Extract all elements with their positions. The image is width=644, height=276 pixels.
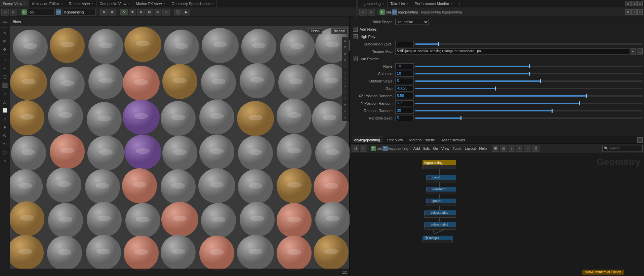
node-group1[interactable]: group1 xyxy=(426,199,456,206)
uniform-scale-slider[interactable] xyxy=(415,80,643,82)
vp-icon-9[interactable]: ⊦ xyxy=(342,89,348,95)
right-info-btn[interactable]: ℹ xyxy=(631,9,637,15)
tab-animation-editor[interactable]: Animation Editor✕ xyxy=(29,0,66,7)
vp-icon-3[interactable]: ⊠ xyxy=(342,50,348,57)
gap-value-box[interactable]: -0.025 xyxy=(395,85,414,92)
close-tab-icon[interactable]: ✕ xyxy=(450,2,453,5)
texture-open-btn[interactable]: ▼ xyxy=(630,48,636,55)
random-seed-slider[interactable] xyxy=(415,117,643,119)
tab-motion-fx[interactable]: Motion FX View✕ xyxy=(133,0,169,7)
snap-icon[interactable]: ✥ xyxy=(100,9,108,15)
node-dots-icon[interactable]: ⋮ xyxy=(508,145,515,152)
sidebar-star-icon[interactable]: ✱ xyxy=(1,123,9,131)
vp-icon-5[interactable]: ⊢ xyxy=(342,63,348,69)
sidebar-diamond-icon[interactable]: ◇ xyxy=(1,115,9,123)
tab-render-view[interactable]: Render View✕ xyxy=(66,0,97,7)
sidebar-undo-icon[interactable]: ⟲ xyxy=(1,140,9,148)
y-position-value[interactable]: 5.7 xyxy=(395,100,414,106)
split-icon[interactable]: ⊟ xyxy=(637,1,643,6)
tab-material-palette[interactable]: Material Palette xyxy=(407,136,438,143)
node-polyextrude1[interactable]: polyextrude1 xyxy=(424,222,456,230)
sidebar-circle2-icon[interactable]: ○ xyxy=(1,157,9,165)
right-forward-btn[interactable]: ▷ xyxy=(368,9,375,15)
node-color1[interactable]: color1 xyxy=(426,175,456,182)
close-tab-icon[interactable]: ✕ xyxy=(128,2,130,5)
tab-geometry-spreadsheet[interactable]: Geometry Spreadsheet✕ xyxy=(169,0,217,7)
node-list-icon[interactable]: ☰ xyxy=(500,145,507,152)
node-merge1[interactable]: merge1 xyxy=(422,236,453,243)
sidebar-square-icon[interactable]: ⬜ xyxy=(1,106,9,114)
texture-browse-btn[interactable]: … xyxy=(637,48,643,55)
tab-performance-monitor[interactable]: Performance Monitor✕ xyxy=(412,0,456,7)
layout-menu[interactable]: Layout xyxy=(463,146,477,151)
vp-icon-12[interactable]: ⊩ xyxy=(342,108,348,114)
node-transform1[interactable]: transform1 xyxy=(426,187,456,194)
move-icon[interactable]: ✥ xyxy=(129,9,136,15)
xz-position-value[interactable]: 5.58 xyxy=(395,93,414,99)
edit-menu[interactable]: Edit xyxy=(422,146,431,151)
viewport-persp-btn[interactable]: Persp xyxy=(309,28,322,34)
back-button[interactable]: ◁ xyxy=(1,9,9,15)
render-icon[interactable]: ▶ xyxy=(183,9,190,15)
search-input-node[interactable]: 🔍 Search xyxy=(602,145,643,152)
sidebar-icon-view[interactable]: View xyxy=(1,18,9,26)
vp-icon-13[interactable]: ⊪ xyxy=(342,114,348,120)
node-fit-icon[interactable]: ⊡ xyxy=(532,145,539,152)
node-minus-icon[interactable]: − xyxy=(524,145,531,152)
node-plus-icon[interactable]: + xyxy=(516,145,523,152)
random-seed-value[interactable]: 5 xyxy=(395,115,414,121)
sidebar-rect-icon[interactable]: ⬛ xyxy=(1,81,9,89)
sidebar-triangle-icon[interactable]: △ xyxy=(1,98,9,106)
back-btn2[interactable]: ◁ xyxy=(352,145,359,152)
xz-position-slider[interactable] xyxy=(415,95,643,97)
tab-composite-view[interactable]: Composite View✕ xyxy=(97,0,133,7)
gap-slider[interactable] xyxy=(415,88,643,89)
rotate-icon[interactable]: ↻ xyxy=(137,9,145,15)
subdivision-slider[interactable] xyxy=(415,43,643,45)
close-tab-icon[interactable]: ✕ xyxy=(91,2,94,5)
sidebar-target-icon[interactable]: ⊙ xyxy=(1,132,9,140)
forward-btn2[interactable]: ▷ xyxy=(360,145,367,152)
close-tab-icon[interactable]: ✕ xyxy=(163,2,166,5)
sidebar-hex2-icon[interactable]: ⬡ xyxy=(1,148,9,157)
vp-icon-10[interactable]: ⊧ xyxy=(342,95,348,101)
close-tab-icon[interactable]: ✕ xyxy=(24,2,26,5)
columns-slider[interactable] xyxy=(415,73,643,74)
add-right-tab-button[interactable]: + xyxy=(456,1,462,6)
tab-scene-view[interactable]: Scene View✕ xyxy=(0,0,29,7)
brick-shape-select[interactable]: roundlike xyxy=(395,19,429,25)
columns-value-box[interactable]: 10 xyxy=(395,71,414,77)
view-menu[interactable]: View xyxy=(440,146,451,151)
add-holes-checkbox[interactable] xyxy=(353,27,358,32)
right-back-btn[interactable]: ◁ xyxy=(359,9,367,15)
node-legopainting[interactable]: legopainting xyxy=(422,160,456,169)
sidebar-add-icon[interactable]: ⊕ xyxy=(1,37,9,45)
help-menu[interactable]: Help xyxy=(478,146,488,151)
sidebar-hex-icon[interactable]: ⬡ xyxy=(1,73,9,81)
transform-icon[interactable]: ⊞ xyxy=(154,9,161,15)
vp-icon-8[interactable]: ⊥ xyxy=(342,82,348,89)
vp-icon-2[interactable]: ⊟ xyxy=(342,44,348,50)
close-tab-icon[interactable]: ✕ xyxy=(211,2,214,5)
node-polyextrude0[interactable]: polyextrude0 xyxy=(424,210,456,218)
scene-input[interactable] xyxy=(62,9,96,15)
rows-slider[interactable] xyxy=(415,66,643,67)
rows-value-box[interactable]: 10 xyxy=(395,63,414,69)
magnet-icon[interactable]: ⊕ xyxy=(109,9,116,15)
viewport-camera-btn[interactable]: No cam xyxy=(331,28,347,34)
scale-icon[interactable]: ⊠ xyxy=(146,9,153,15)
rotation-random-slider[interactable] xyxy=(415,110,643,111)
node-grid-icon[interactable]: ⊞ xyxy=(492,145,499,152)
bottom-float-btn[interactable]: ⊟ xyxy=(637,137,643,143)
path-input[interactable] xyxy=(28,9,55,15)
sidebar-cut-icon[interactable]: ✂ xyxy=(1,64,9,72)
custom-icon[interactable]: ⊟ xyxy=(162,9,170,15)
uniform-scale-value-box[interactable]: 5 xyxy=(395,78,414,84)
forward-button[interactable]: ▷ xyxy=(10,9,17,15)
right-panel-settings[interactable]: ⚙ ℹ ⊟ xyxy=(625,1,644,6)
sidebar-circle-icon[interactable]: ○ xyxy=(1,90,9,98)
settings-icon[interactable]: ⚙ xyxy=(625,1,631,6)
tab-obj-legopainting[interactable]: obj/legopainting xyxy=(352,136,383,143)
add-tab-button[interactable]: + xyxy=(217,1,223,6)
add-bottom-tab[interactable]: + xyxy=(469,137,475,143)
